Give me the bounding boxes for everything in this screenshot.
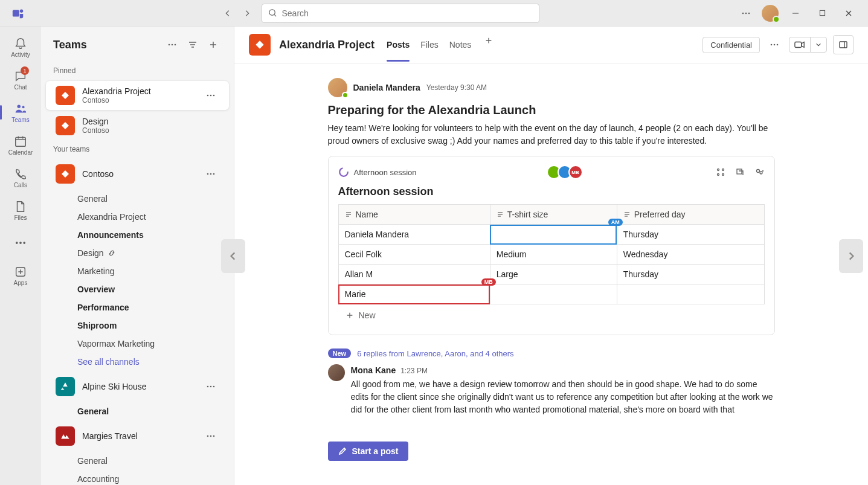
channel-announcements[interactable]: Announcements [72,226,234,244]
channel-margies-accounting[interactable]: Accounting [72,470,234,485]
author-avatar[interactable] [328,78,347,97]
people-icon [14,102,27,115]
copy-icon[interactable] [735,167,745,177]
open-panel-button[interactable] [833,35,854,54]
svg-point-22 [213,173,215,175]
team-avatar-icon [56,86,75,105]
replies-link[interactable]: 6 replies from Lawrence, Aaron, and 4 ot… [357,349,513,358]
confidential-button[interactable]: Confidential [702,37,760,53]
channel-alexandria-project[interactable]: Alexandria Project [72,208,234,226]
rail-more[interactable] [4,227,37,259]
loop-table[interactable]: Name T-shirt size Preferred day Daniela … [338,204,765,304]
team-margies[interactable]: Margies Travel [46,422,229,451]
channel-more-button[interactable] [766,36,783,53]
team-avatar-icon [56,116,75,135]
maximize-button[interactable] [812,4,832,23]
grid-icon[interactable] [716,167,725,177]
panel-icon [838,40,848,50]
see-all-channels[interactable]: See all channels [72,353,234,371]
teams-logo-icon [11,6,25,21]
close-button[interactable] [839,4,858,23]
meet-dropdown-button[interactable] [810,37,826,52]
svg-point-40 [757,170,760,173]
search-input[interactable] [282,8,533,18]
team-more-button[interactable] [202,165,219,182]
file-icon [14,200,27,213]
svg-point-8 [22,106,25,108]
svg-point-12 [23,242,25,244]
svg-point-15 [172,44,173,46]
bell-icon [14,37,27,50]
forward-button[interactable] [237,4,257,23]
svg-point-28 [213,435,215,437]
loop-component[interactable]: Afternoon session MB Afternoon session [328,156,775,335]
account-avatar[interactable] [762,5,779,22]
reply-author[interactable]: Mona Kane [351,364,396,377]
more-button[interactable] [738,5,754,22]
channel-general[interactable]: General [72,190,234,208]
minimize-button[interactable] [786,4,805,23]
reply-avatar[interactable] [328,364,345,381]
svg-point-17 [207,95,209,97]
pinned-more-button[interactable] [202,87,219,104]
tab-files[interactable]: Files [420,36,439,53]
search-box[interactable] [262,4,539,23]
svg-point-29 [771,44,773,46]
team-more-button[interactable] [202,378,219,395]
coauthor-cursor: MB [481,278,496,286]
filter-button[interactable] [184,36,201,53]
teams-more-button[interactable] [164,36,181,53]
channel-margies-general[interactable]: General [72,452,234,470]
loop-title: Afternoon session [338,185,765,198]
svg-point-7 [18,104,21,108]
channel-vapormax[interactable]: Vapormax Marketing [72,335,234,353]
team-contoso[interactable]: Contoso [46,159,229,188]
team-avatar-icon [56,164,75,184]
rail-activity[interactable]: Activity [4,31,37,63]
team-more-button[interactable] [202,428,219,445]
share-people-icon[interactable] [754,167,764,177]
tab-notes[interactable]: Notes [449,36,472,53]
channel-marketing[interactable]: Marketing [72,262,234,280]
channel-shiproom[interactable]: Shiproom [72,316,234,335]
loop-coauthors[interactable]: MB [550,165,583,179]
svg-point-11 [19,242,22,244]
start-post-button[interactable]: Start a post [328,442,408,461]
pinned-channel-design[interactable]: Design Contoso [46,111,229,140]
rail-apps[interactable]: Apps [4,260,37,291]
channel-design[interactable]: Design [72,244,234,262]
tab-posts[interactable]: Posts [387,36,410,53]
add-tab-button[interactable] [482,36,495,53]
svg-rect-32 [795,42,802,48]
more-horizontal-icon [14,237,27,249]
link-icon [108,249,116,257]
search-icon [268,8,277,18]
channel-performance[interactable]: Performance [72,298,234,316]
rail-teams[interactable]: Teams [4,97,37,128]
svg-rect-39 [737,169,742,174]
pinned-channel-alexandria[interactable]: Alexandria Project Contoso [46,81,229,110]
compose-icon [338,446,347,456]
meet-now-button[interactable] [789,37,810,52]
team-alpine[interactable]: Alpine Ski House [46,372,229,401]
svg-point-27 [210,435,212,437]
rail-chat[interactable]: Chat 1 [4,64,37,95]
svg-point-18 [210,95,212,97]
channel-alpine-general[interactable]: General [72,402,234,420]
phone-icon [14,167,27,181]
svg-point-24 [210,386,212,388]
create-team-button[interactable] [205,36,222,53]
meet-button-group[interactable] [789,37,827,53]
rail-calls[interactable]: Calls [4,162,37,193]
rail-files[interactable]: Files [4,194,37,226]
next-channel-button[interactable] [839,239,863,273]
back-button[interactable] [218,4,237,23]
prev-channel-button[interactable] [221,239,245,273]
svg-point-21 [210,173,212,175]
post-author[interactable]: Daniela Mandera [353,83,420,92]
svg-rect-6 [820,10,825,15]
add-row-button[interactable]: New [338,304,765,326]
rail-calendar[interactable]: Calendar [4,129,37,161]
col-name: Name [338,205,490,225]
channel-overview[interactable]: Overview [72,280,234,298]
